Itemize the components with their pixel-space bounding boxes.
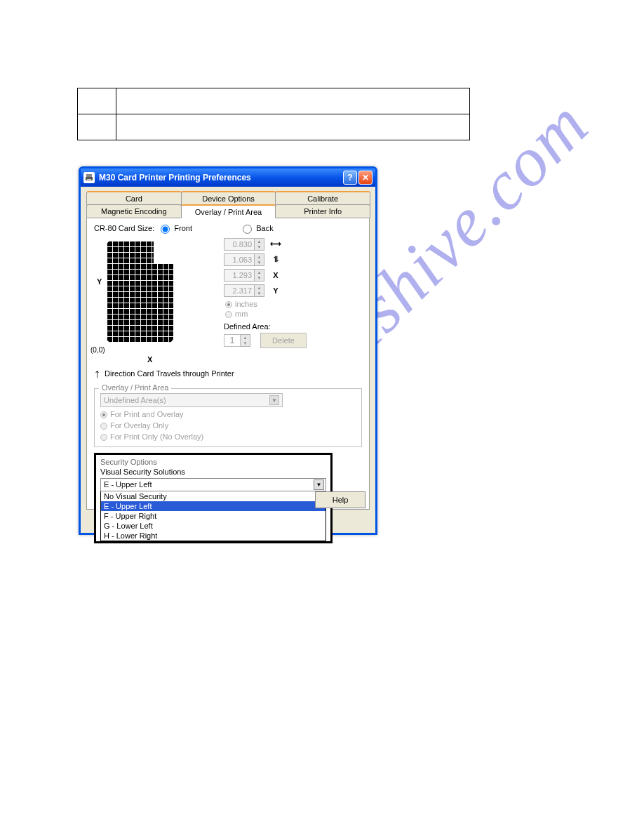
- back-radio[interactable]: [243, 225, 252, 234]
- vss-option-no-visual[interactable]: No Visual Security: [101, 491, 326, 501]
- back-label: Back: [256, 224, 273, 232]
- y-icon: Y: [270, 286, 281, 295]
- origin-label: (0,0): [90, 346, 105, 354]
- dropdown-icon[interactable]: ▼: [314, 479, 324, 490]
- front-radio[interactable]: [161, 225, 170, 234]
- inches-radio: [225, 301, 232, 308]
- defined-area-input: [224, 334, 241, 347]
- visual-security-select[interactable]: E - Upper Left ▼: [100, 478, 326, 491]
- defined-area-notch: [154, 241, 173, 263]
- titlebar-close-button[interactable]: ✕: [358, 171, 373, 185]
- inches-label: inches: [235, 300, 257, 308]
- width-spinner: ▲▼: [255, 238, 264, 251]
- overlay-area-select: Undefined Area(s) ▼: [100, 393, 283, 407]
- overlay-only-radio: [100, 423, 107, 430]
- x-icon: X: [270, 271, 281, 279]
- tab-calibrate[interactable]: Calibrate: [275, 191, 370, 205]
- x-axis-label: X: [147, 355, 152, 364]
- direction-label: Direction Card Travels through Printer: [105, 369, 234, 378]
- height-icon: ⥮: [270, 255, 281, 264]
- vss-option-h-lower-right[interactable]: H - Lower Right: [101, 531, 326, 541]
- visual-security-dropdown-list[interactable]: No Visual Security E - Upper Left F - Up…: [100, 491, 326, 541]
- card-preview: Y (0,0) X: [94, 238, 189, 361]
- titlebar: M30 Card Printer Printing Preferences ? …: [81, 168, 375, 187]
- tab-printer-info[interactable]: Printer Info: [275, 204, 370, 218]
- height-input: [224, 253, 255, 266]
- vss-option-e-upper-left[interactable]: E - Upper Left: [101, 501, 326, 511]
- print-only-radio: [100, 434, 107, 441]
- tab-card[interactable]: Card: [86, 191, 182, 205]
- overlay-print-area-group: Overlay / Print Area Undefined Area(s) ▼…: [94, 388, 362, 447]
- direction-arrow-icon: ↑: [94, 366, 100, 381]
- dimension-fields: ▲▼ ⟷ ▲▼ ⥮ ▲▼ X ▲▼: [224, 238, 307, 361]
- printer-icon: [83, 172, 95, 183]
- width-input: [224, 238, 255, 251]
- print-only-label: For Print Only (No Overlay): [110, 432, 203, 441]
- units-group: inches mm: [225, 300, 307, 318]
- card-grid: [107, 241, 173, 343]
- card-size-row: CR-80 Card Size: Front Back: [94, 224, 362, 234]
- y-offset-input: [224, 284, 255, 297]
- height-spinner: ▲▼: [255, 253, 264, 266]
- defined-area-label: Defined Area:: [224, 322, 307, 331]
- mm-label: mm: [235, 310, 248, 318]
- vss-option-f-upper-right[interactable]: F - Upper Right: [101, 511, 326, 521]
- visual-security-label: Visual Security Solutions: [100, 468, 326, 476]
- width-icon: ⟷: [270, 239, 281, 249]
- overlay-area-select-value: Undefined Area(s): [104, 396, 166, 404]
- x-spinner: ▲▼: [255, 269, 264, 282]
- tab-overlay-print-area[interactable]: Overlay / Print Area: [181, 204, 276, 218]
- print-and-overlay-radio: [100, 411, 107, 418]
- titlebar-help-button[interactable]: ?: [343, 171, 357, 185]
- x-offset-input: [224, 269, 255, 282]
- overlay-only-label: For Overlay Only: [110, 421, 168, 430]
- tab-device-options[interactable]: Device Options: [181, 191, 276, 205]
- dropdown-icon: ▼: [269, 395, 279, 405]
- security-legend: Security Options: [100, 458, 326, 466]
- card-size-label: CR-80 Card Size:: [94, 224, 154, 232]
- defined-area-section: Defined Area: ▲▼ Delete: [224, 322, 307, 348]
- doc-empty-table: [77, 88, 470, 140]
- visual-security-selected: E - Upper Left: [104, 480, 152, 489]
- tab-magnetic-encoding[interactable]: Magnetic Encoding: [86, 204, 182, 218]
- y-axis-label: Y: [97, 277, 102, 286]
- security-options-group: Security Options Visual Security Solutio…: [94, 453, 333, 543]
- delete-button: Delete: [260, 333, 307, 348]
- defined-area-spinner: ▲▼: [241, 334, 250, 347]
- svg-rect-2: [87, 179, 91, 181]
- front-label: Front: [174, 224, 192, 232]
- print-and-overlay-label: For Print and Overlay: [110, 410, 184, 418]
- mm-radio: [225, 311, 232, 318]
- preferences-dialog: M30 Card Printer Printing Preferences ? …: [79, 166, 377, 535]
- direction-row: ↑ Direction Card Travels through Printer: [94, 366, 362, 381]
- vss-option-g-lower-left[interactable]: G - Lower Left: [101, 521, 326, 531]
- overlay-group-legend: Overlay / Print Area: [99, 383, 171, 392]
- tab-panel: CR-80 Card Size: Front Back Y (0,0) X: [86, 218, 370, 510]
- y-spinner: ▲▼: [255, 284, 264, 297]
- svg-rect-0: [86, 174, 92, 177]
- help-button[interactable]: Help: [315, 491, 365, 508]
- dialog-title: M30 Card Printer Printing Preferences: [99, 173, 342, 183]
